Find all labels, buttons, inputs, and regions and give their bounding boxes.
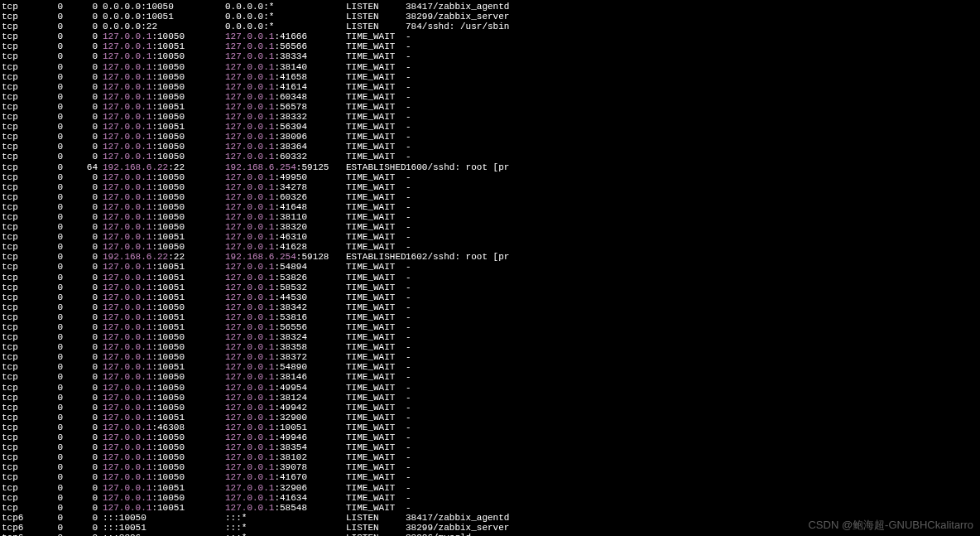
netstat-row: tcp00127.0.0.1:10051127.0.0.1:53826TIME_… bbox=[2, 273, 978, 282]
proto: tcp bbox=[2, 51, 33, 61]
state: TIME_WAIT bbox=[346, 442, 406, 452]
proto: tcp bbox=[2, 332, 33, 342]
process: - bbox=[406, 242, 411, 252]
send-q: 0 bbox=[63, 292, 98, 302]
process: - bbox=[406, 31, 411, 41]
proto: tcp bbox=[2, 122, 33, 132]
netstat-row: tcp00127.0.0.1:10050127.0.0.1:38124TIME_… bbox=[2, 393, 978, 403]
foreign-address: 127.0.0.1:38364 bbox=[225, 142, 346, 152]
state: LISTEN bbox=[346, 533, 406, 536]
state: TIME_WAIT bbox=[346, 222, 406, 232]
netstat-row: tcp00127.0.0.1:10050127.0.0.1:41614TIME_… bbox=[2, 82, 978, 92]
foreign-address: 127.0.0.1:56578 bbox=[225, 102, 346, 112]
send-q: 0 bbox=[63, 403, 98, 413]
local-address: 127.0.0.1:10051 bbox=[103, 232, 225, 242]
proto: tcp6 bbox=[2, 533, 33, 536]
process: - bbox=[406, 503, 411, 513]
process: - bbox=[406, 72, 411, 82]
process: 38417/zabbix_agentd bbox=[406, 513, 509, 523]
proto: tcp bbox=[2, 312, 33, 322]
recv-q: 0 bbox=[33, 82, 63, 92]
foreign-address: :::* bbox=[225, 533, 346, 536]
state: TIME_WAIT bbox=[346, 332, 406, 342]
proto: tcp bbox=[2, 262, 33, 272]
recv-q: 0 bbox=[33, 212, 63, 222]
netstat-row: tcp00127.0.0.1:10050127.0.0.1:34278TIME_… bbox=[2, 182, 978, 192]
netstat-row: tcp00127.0.0.1:10050127.0.0.1:39078TIME_… bbox=[2, 462, 978, 472]
state: TIME_WAIT bbox=[346, 72, 406, 82]
send-q: 0 bbox=[63, 242, 98, 252]
send-q: 0 bbox=[63, 41, 98, 51]
foreign-address: 127.0.0.1:38096 bbox=[225, 132, 346, 142]
recv-q: 0 bbox=[33, 252, 63, 262]
recv-q: 0 bbox=[33, 403, 63, 413]
process: - bbox=[406, 142, 411, 152]
netstat-row: tcp00127.0.0.1:10051127.0.0.1:46310TIME_… bbox=[2, 232, 978, 242]
foreign-address: 127.0.0.1:41634 bbox=[225, 493, 346, 503]
proto: tcp bbox=[2, 322, 33, 332]
foreign-address: 127.0.0.1:56556 bbox=[225, 322, 346, 332]
recv-q: 0 bbox=[33, 232, 63, 242]
local-address: 0.0.0.0:10050 bbox=[103, 2, 225, 12]
send-q: 0 bbox=[63, 513, 98, 523]
terminal-output[interactable]: tcp000.0.0.0:100500.0.0.0:*LISTEN38417/z… bbox=[2, 2, 978, 536]
state: ESTABLISHED bbox=[346, 252, 406, 262]
foreign-address: 127.0.0.1:41614 bbox=[225, 82, 346, 92]
process: - bbox=[406, 452, 411, 462]
send-q: 0 bbox=[63, 51, 98, 61]
local-address: 127.0.0.1:10051 bbox=[103, 41, 225, 51]
netstat-row: tcp00127.0.0.1:10050127.0.0.1:38102TIME_… bbox=[2, 452, 978, 462]
proto: tcp bbox=[2, 393, 33, 403]
state: TIME_WAIT bbox=[346, 282, 406, 292]
foreign-address: 127.0.0.1:10051 bbox=[225, 423, 346, 432]
process: - bbox=[406, 202, 411, 212]
state: TIME_WAIT bbox=[346, 92, 406, 102]
state: TIME_WAIT bbox=[346, 152, 406, 162]
state: TIME_WAIT bbox=[346, 122, 406, 132]
local-address: 127.0.0.1:10050 bbox=[103, 222, 225, 232]
process: 38417/zabbix_agentd bbox=[406, 2, 509, 12]
send-q: 0 bbox=[63, 503, 98, 513]
state: TIME_WAIT bbox=[346, 142, 406, 152]
state: TIME_WAIT bbox=[346, 212, 406, 222]
send-q: 0 bbox=[63, 372, 98, 382]
proto: tcp bbox=[2, 142, 33, 152]
send-q: 0 bbox=[63, 132, 98, 142]
proto: tcp bbox=[2, 152, 33, 162]
local-address: 127.0.0.1:10050 bbox=[103, 182, 225, 192]
process: - bbox=[406, 413, 411, 423]
send-q: 0 bbox=[63, 172, 98, 182]
foreign-address: 127.0.0.1:46310 bbox=[225, 232, 346, 242]
send-q: 0 bbox=[63, 192, 98, 202]
proto: tcp bbox=[2, 22, 33, 31]
state: TIME_WAIT bbox=[346, 462, 406, 472]
state: TIME_WAIT bbox=[346, 423, 406, 432]
netstat-row: tcp00127.0.0.1:10050127.0.0.1:41670TIME_… bbox=[2, 472, 978, 482]
local-address: 127.0.0.1:10050 bbox=[103, 72, 225, 82]
process: - bbox=[406, 82, 411, 92]
netstat-row: tcp00127.0.0.1:10050127.0.0.1:41634TIME_… bbox=[2, 493, 978, 503]
send-q: 0 bbox=[63, 312, 98, 322]
proto: tcp bbox=[2, 472, 33, 482]
send-q: 0 bbox=[63, 342, 98, 352]
foreign-address: 127.0.0.1:54890 bbox=[225, 362, 346, 372]
process: - bbox=[406, 432, 411, 442]
process: - bbox=[406, 232, 411, 242]
state: TIME_WAIT bbox=[346, 302, 406, 312]
proto: tcp bbox=[2, 292, 33, 302]
foreign-address: 127.0.0.1:54894 bbox=[225, 262, 346, 272]
proto: tcp bbox=[2, 172, 33, 182]
foreign-address: 127.0.0.1:38146 bbox=[225, 372, 346, 382]
state: TIME_WAIT bbox=[346, 472, 406, 482]
foreign-address: 127.0.0.1:60326 bbox=[225, 192, 346, 202]
foreign-address: 127.0.0.1:49946 bbox=[225, 432, 346, 442]
recv-q: 0 bbox=[33, 332, 63, 342]
process: - bbox=[406, 273, 411, 282]
process: - bbox=[406, 112, 411, 122]
process: - bbox=[406, 62, 411, 72]
local-address: 127.0.0.1:10050 bbox=[103, 112, 225, 122]
process: - bbox=[406, 332, 411, 342]
recv-q: 0 bbox=[33, 423, 63, 432]
recv-q: 0 bbox=[33, 483, 63, 493]
netstat-row: tcp600:::3306:::*LISTEN33926/mysqld bbox=[2, 533, 978, 536]
